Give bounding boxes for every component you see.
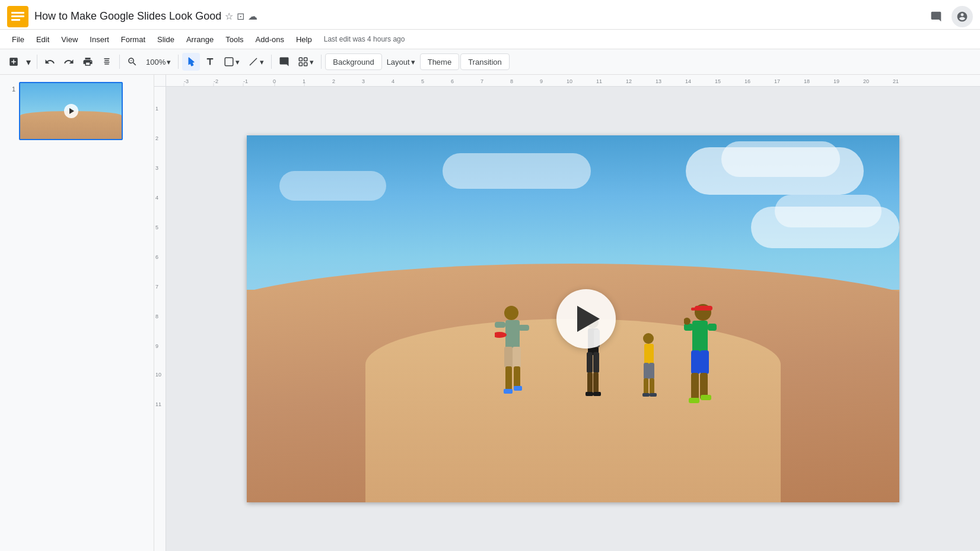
svg-line-5 [250, 58, 257, 65]
comments-button[interactable] [925, 6, 947, 27]
svg-text:8: 8 [155, 314, 158, 319]
doc-title[interactable]: How to Make Google Slides Look Good [34, 10, 221, 23]
svg-text:16: 16 [744, 78, 750, 84]
svg-rect-64 [587, 352, 593, 373]
slide-1-thumbnail[interactable] [19, 82, 123, 140]
svg-rect-76 [650, 378, 654, 395]
menu-slide[interactable]: Slide [152, 33, 179, 46]
divider-2 [119, 55, 120, 69]
svg-rect-9 [304, 63, 307, 66]
svg-text:11: 11 [596, 78, 602, 84]
doc-title-area: How to Make Google Slides Look Good ☆ ⊡ … [34, 10, 257, 23]
folder-icon[interactable]: ⊡ [237, 11, 244, 22]
toolbar: ▾ 100% ▾ ▾ ▾ ▾ B [0, 49, 980, 75]
menu-arrange[interactable]: Arrange [182, 33, 218, 46]
svg-point-51 [504, 306, 518, 320]
svg-rect-83 [691, 350, 700, 374]
doc-title-row: How to Make Google Slides Look Good ☆ ⊡ … [34, 10, 257, 23]
svg-text:5: 5 [155, 224, 158, 230]
comment-button[interactable] [275, 53, 293, 71]
svg-rect-82 [692, 321, 708, 353]
star-icon[interactable]: ☆ [225, 11, 233, 22]
account-button[interactable] [952, 6, 973, 27]
menu-format[interactable]: Format [116, 33, 150, 46]
main-area: 1 -3 -2 -1 0 1 [0, 75, 980, 551]
menu-edit[interactable]: Edit [31, 33, 54, 46]
svg-rect-69 [593, 392, 601, 396]
svg-rect-6 [300, 58, 303, 61]
title-bar: How to Make Google Slides Look Good ☆ ⊡ … [0, 0, 980, 30]
menu-addons[interactable]: Add-ons [251, 33, 289, 46]
svg-text:10: 10 [155, 372, 161, 378]
svg-rect-52 [505, 320, 520, 350]
theme-button[interactable]: Theme [420, 53, 459, 70]
title-bar-right [925, 6, 973, 27]
svg-rect-1 [11, 12, 24, 14]
text-tool[interactable] [201, 53, 219, 71]
insert-dropdown[interactable]: ▾ [294, 54, 317, 69]
svg-rect-58 [514, 386, 522, 391]
svg-rect-60 [518, 325, 529, 331]
background-button[interactable]: Background [325, 53, 381, 70]
svg-rect-84 [700, 350, 709, 374]
lines-dropdown[interactable]: ▾ [244, 54, 268, 69]
add-button[interactable] [5, 53, 23, 71]
zoom-dropdown[interactable]: 100% ▾ [142, 55, 174, 69]
shapes-dropdown[interactable]: ▾ [220, 54, 243, 69]
svg-rect-81 [691, 308, 696, 311]
svg-text:9: 9 [540, 78, 543, 84]
svg-rect-78 [650, 393, 657, 397]
app-icon [7, 6, 28, 27]
svg-text:7: 7 [481, 78, 483, 84]
svg-text:10: 10 [567, 78, 572, 84]
play-button[interactable] [556, 289, 616, 349]
horizontal-ruler: -3 -2 -1 0 1 2 3 4 5 6 7 8 9 10 [166, 75, 980, 87]
layout-label: Layout [387, 58, 410, 66]
svg-text:20: 20 [863, 78, 869, 84]
menu-tools[interactable]: Tools [221, 33, 248, 46]
redo-button[interactable] [60, 53, 78, 71]
svg-rect-59 [495, 322, 505, 328]
cloud-icon[interactable]: ☁ [248, 11, 257, 22]
menu-insert[interactable]: Insert [85, 33, 114, 46]
svg-rect-80 [695, 306, 712, 311]
layout-dropdown[interactable]: Layout ▾ [383, 55, 419, 69]
menu-view[interactable]: View [56, 33, 82, 46]
svg-rect-65 [593, 352, 599, 373]
svg-rect-8 [300, 63, 303, 66]
svg-rect-3 [11, 19, 20, 21]
svg-text:9: 9 [155, 343, 158, 349]
zoom-level: 100% [146, 58, 166, 66]
last-edit-status: Last edit was 4 hours ago [324, 35, 405, 43]
person-1 [495, 304, 530, 411]
slide-1-container[interactable]: 1 [5, 80, 149, 142]
divider-3 [178, 55, 179, 69]
undo-button[interactable] [41, 53, 59, 71]
select-tool[interactable] [182, 53, 200, 71]
print-button[interactable] [79, 53, 97, 71]
svg-text:-3: -3 [184, 78, 189, 84]
menu-file[interactable]: File [7, 33, 29, 46]
zoom-out-button[interactable] [123, 53, 141, 71]
svg-rect-85 [691, 373, 699, 400]
svg-text:12: 12 [626, 78, 632, 84]
menu-help[interactable]: Help [291, 33, 317, 46]
lines-arrow: ▾ [260, 58, 264, 66]
slide-canvas[interactable] [247, 135, 899, 502]
menu-bar: File Edit View Insert Format Slide Arran… [0, 30, 980, 49]
layout-arrow: ▾ [411, 58, 415, 66]
svg-text:-1: -1 [243, 78, 248, 84]
vertical-ruler: 1 2 3 4 5 6 7 8 9 10 11 [154, 87, 166, 551]
svg-text:3: 3 [362, 78, 365, 84]
paint-format-button[interactable] [98, 53, 116, 71]
svg-text:11: 11 [155, 401, 161, 407]
svg-text:13: 13 [656, 78, 661, 84]
svg-rect-2 [11, 15, 24, 17]
svg-rect-54 [513, 347, 521, 368]
svg-rect-56 [514, 366, 520, 387]
slide-canvas-wrapper [166, 87, 980, 551]
svg-rect-66 [587, 372, 593, 393]
dropdown-arrow[interactable]: ▾ [24, 53, 33, 71]
transition-button[interactable]: Transition [460, 53, 510, 70]
svg-text:4: 4 [155, 195, 158, 201]
